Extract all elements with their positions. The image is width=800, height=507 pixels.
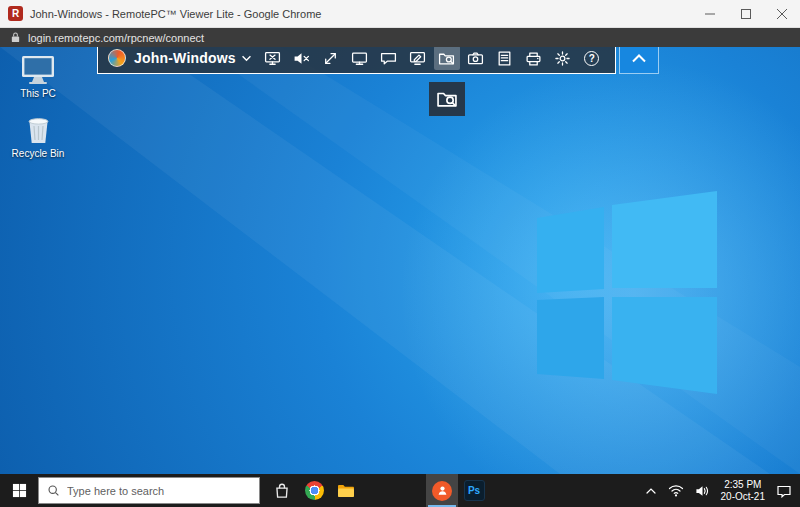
window-controls — [692, 0, 800, 27]
remotepc-logo-icon — [108, 49, 126, 67]
taskbar-spacer — [362, 474, 426, 507]
scale-display-button[interactable] — [318, 47, 344, 70]
screenshot-icon — [467, 50, 484, 67]
clock-time: 2:35 PM — [721, 479, 765, 491]
recycle-bin-icon — [26, 115, 51, 145]
speaker-icon — [695, 485, 710, 497]
file-explorer-icon — [337, 482, 355, 500]
search-icon — [47, 484, 60, 497]
mute-audio-icon — [293, 50, 310, 67]
remote-desktop-viewport: This PC Recycle Bin John-Windows — [0, 47, 800, 474]
desktop-icon-label: Recycle Bin — [12, 148, 65, 159]
scale-display-icon — [322, 50, 339, 67]
network-button[interactable] — [668, 484, 684, 497]
session-notes-icon — [496, 50, 513, 67]
remotepc-session-button[interactable] — [426, 474, 458, 507]
gear-icon — [554, 50, 571, 67]
chrome-button[interactable] — [298, 474, 330, 507]
chat-button[interactable] — [376, 47, 402, 70]
desktop-icon-this-pc[interactable]: This PC — [6, 55, 70, 99]
action-center-icon — [776, 484, 792, 498]
remotepc-session-icon — [432, 481, 452, 501]
whiteboard-icon — [409, 50, 426, 67]
help-button[interactable]: ? — [579, 47, 605, 70]
microsoft-store-button[interactable] — [266, 474, 298, 507]
taskbar-app-icons: Ps — [266, 474, 490, 507]
taskbar-clock[interactable]: 2:35 PM 20-Oct-21 — [721, 479, 765, 502]
chrome-icon — [305, 481, 324, 500]
url-text: login.remotepc.com/rpcnew/connect — [28, 32, 204, 44]
session-notes-button[interactable] — [492, 47, 518, 70]
windows-start-icon — [12, 483, 27, 498]
toolbar-icon-group: ? — [260, 47, 605, 70]
system-tray: 2:35 PM 20-Oct-21 — [645, 474, 800, 507]
taskbar: Ps 2:35 PM 20-Oct-21 — [0, 474, 800, 507]
photoshop-button[interactable]: Ps — [458, 474, 490, 507]
settings-button[interactable] — [550, 47, 576, 70]
file-transfer-search-icon — [436, 88, 458, 110]
taskbar-search[interactable] — [38, 477, 260, 504]
help-icon: ? — [584, 51, 599, 66]
switch-display-button[interactable] — [347, 47, 373, 70]
this-pc-icon — [21, 55, 55, 85]
photoshop-icon: Ps — [464, 480, 485, 501]
remotepc-toolbar-main: John-Windows — [97, 47, 616, 74]
mute-audio-button[interactable] — [289, 47, 315, 70]
host-name-dropdown[interactable]: John-Windows — [134, 50, 252, 66]
close-button[interactable] — [764, 0, 800, 27]
display-icon — [351, 50, 368, 67]
windows-wallpaper — [0, 47, 800, 474]
browser-titlebar: R John-Windows - RemotePC™ Viewer Lite -… — [0, 0, 800, 28]
chevron-up-icon — [645, 487, 657, 495]
tray-expand-button[interactable] — [645, 487, 657, 495]
remote-print-button[interactable] — [521, 47, 547, 70]
window-title: John-Windows - RemotePC™ Viewer Lite - G… — [30, 8, 321, 20]
clock-date: 20-Oct-21 — [721, 491, 765, 503]
file-explorer-button[interactable] — [330, 474, 362, 507]
collapse-toolbar-button[interactable] — [619, 47, 659, 74]
search-input[interactable] — [67, 485, 251, 497]
volume-button[interactable] — [695, 485, 710, 497]
microsoft-store-icon — [273, 482, 291, 500]
lock-icon — [10, 31, 21, 44]
remotepc-toolbar: John-Windows — [97, 47, 659, 74]
action-center-button[interactable] — [776, 484, 792, 498]
address-bar[interactable]: login.remotepc.com/rpcnew/connect — [0, 28, 800, 47]
remote-print-icon — [525, 50, 542, 67]
blank-screen-button[interactable] — [260, 47, 286, 70]
chat-icon — [380, 50, 397, 67]
host-name: John-Windows — [134, 50, 236, 66]
remotepc-favicon: R — [8, 6, 23, 21]
minimize-icon — [705, 9, 715, 19]
start-button[interactable] — [0, 474, 38, 507]
wifi-icon — [668, 484, 684, 497]
desktop-icon-list: This PC Recycle Bin — [6, 55, 70, 175]
chevron-down-icon — [241, 55, 252, 62]
maximize-button[interactable] — [728, 0, 764, 27]
file-transfer-icon — [438, 50, 455, 67]
whiteboard-button[interactable] — [405, 47, 431, 70]
maximize-icon — [741, 9, 751, 19]
screenshot-button[interactable] — [463, 47, 489, 70]
close-icon — [777, 9, 787, 19]
minimize-button[interactable] — [692, 0, 728, 27]
desktop-icon-recycle-bin[interactable]: Recycle Bin — [6, 115, 70, 159]
blank-screen-icon — [264, 50, 281, 67]
chevron-up-icon — [630, 52, 648, 64]
file-transfer-flyout[interactable] — [429, 82, 465, 116]
desktop-icon-label: This PC — [20, 88, 56, 99]
file-transfer-button[interactable] — [434, 47, 460, 70]
